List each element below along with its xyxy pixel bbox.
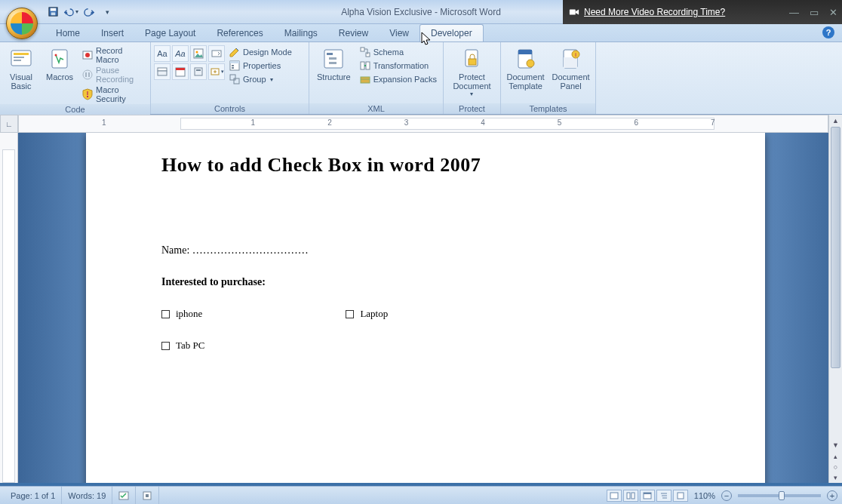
group-protect: Protect Document ▾ Protect [444,42,501,114]
controls-gallery: Aa Aa ▾ [154,45,225,80]
document-viewport[interactable]: How to add Check Box in word 2007 Name: … [18,133,842,483]
workspace: ∟ 1 1 2 3 4 5 6 7 How to add Check Bo [0,115,842,483]
record-macro-button[interactable]: Record Macro [80,45,147,65]
svg-rect-40 [361,77,370,83]
svg-rect-58 [678,493,684,499]
svg-rect-23 [195,68,202,75]
tab-mailings[interactable]: Mailings [274,25,328,41]
status-macro[interactable] [136,487,159,504]
record-macro-label: Record Macro [96,46,146,64]
zoom-slider[interactable] [738,494,821,497]
group-button[interactable]: Group ▾ [227,72,293,86]
quick-access-toolbar: ▾ [45,5,115,20]
tab-review[interactable]: Review [328,25,379,41]
tab-insert[interactable]: Insert [91,25,134,41]
ruler-num: 1 [251,118,256,127]
svg-rect-3 [570,10,576,15]
ruler-num: 2 [327,118,332,127]
control-picture[interactable] [190,45,207,62]
macro-rec-icon [142,490,152,501]
macros-button[interactable]: Macros [41,45,78,83]
control-text[interactable]: Aa [172,45,189,62]
checkbox-iphone[interactable] [161,310,170,318]
protect-document-button[interactable]: Protect Document ▾ [448,45,495,99]
tab-home[interactable]: Home [45,25,91,41]
transformation-button[interactable]: Transformation [358,59,438,72]
svg-point-9 [55,54,57,57]
control-richtext[interactable]: Aa [154,45,171,62]
zoom-value[interactable]: 110% [694,491,715,500]
scroll-thumb[interactable] [831,133,840,368]
svg-rect-54 [627,493,630,499]
status-words[interactable]: Words: 19 [62,487,112,504]
view-outline[interactable] [656,490,671,502]
group-code-label: Code [0,104,150,115]
control-datepicker[interactable] [172,63,189,80]
office-button[interactable] [6,8,38,39]
undo-icon[interactable] [63,5,78,20]
ruler-num: 3 [404,118,409,127]
scroll-down-icon[interactable]: ▼ [829,439,842,451]
window-controls: — ▭ ✕ [789,7,837,18]
control-legacy[interactable]: ▾ [208,63,225,80]
record-macro-icon [81,49,94,61]
minimize-button[interactable]: — [789,7,799,18]
proofing-icon [118,490,129,501]
close-button[interactable]: ✕ [829,7,837,18]
interested-label: Interested to purchase: [161,276,690,288]
notification-bar: Need More Video Recording Time? — ▭ ✕ [563,0,842,24]
qat-customize-icon[interactable]: ▾ [100,5,115,20]
macro-security-button[interactable]: Macro Security [80,85,147,104]
status-page[interactable]: Page: 1 of 1 [5,487,62,504]
document-panel-button[interactable]: i Document Panel [549,45,592,92]
browse-object-icon[interactable]: ○ [829,462,842,472]
help-button[interactable]: ? [822,26,834,38]
chevron-down-icon: ▾ [270,76,273,83]
macro-security-icon [81,88,94,100]
maximize-button[interactable]: ▭ [810,7,819,18]
prev-page-icon[interactable]: ▴ [829,451,842,462]
notification-link[interactable]: Need More Video Recording Time? [584,7,725,17]
checkbox-tabpc[interactable] [161,342,170,350]
tab-view[interactable]: View [379,25,419,41]
control-combobox[interactable] [208,45,225,62]
pause-recording-button[interactable]: Pause Recording [80,65,147,85]
view-full-screen[interactable] [623,490,638,502]
view-web-layout[interactable] [640,490,655,502]
horizontal-ruler[interactable]: 1 1 2 3 4 5 6 7 [18,115,828,133]
view-print-layout[interactable] [607,490,622,502]
vertical-scrollbar[interactable]: ▲ ▼ ▴ ○ ▾ [828,133,842,483]
zoom-out-button[interactable]: − [721,490,732,501]
structure-button[interactable]: Structure [312,45,355,83]
vertical-ruler[interactable] [0,133,18,483]
protect-document-label: Protect Document [453,72,490,91]
group-label: Group [243,75,266,84]
svg-rect-24 [196,69,201,71]
group-icon [229,73,241,85]
expansion-packs-button[interactable]: Expansion Packs [358,72,438,86]
svg-point-11 [85,53,90,57]
redo-icon[interactable] [81,5,97,20]
schema-button[interactable]: Schema [358,45,438,59]
checkbox-laptop[interactable] [346,310,354,318]
statusbar: Page: 1 of 1 Words: 19 110% − + [0,486,842,504]
status-proof[interactable] [112,487,136,504]
tab-selector[interactable]: ∟ [0,115,18,133]
control-buildingblock[interactable] [190,63,207,80]
control-dropdown[interactable] [154,63,171,80]
expansion-packs-icon [359,73,371,85]
document-template-button[interactable]: Document Template [504,45,547,92]
visual-basic-button[interactable]: Visual Basic [3,45,39,92]
save-icon[interactable] [45,5,60,20]
tab-developer[interactable]: Developer [419,24,484,41]
design-mode-button[interactable]: Design Mode [227,45,293,59]
checkbox-iphone-label: iphone [176,308,202,320]
svg-rect-39 [366,62,370,69]
properties-button[interactable]: Properties [227,59,293,72]
view-draft[interactable] [673,490,688,502]
group-xml-label: XML [309,103,443,114]
zoom-in-button[interactable]: + [827,490,837,501]
tab-page-layout[interactable]: Page Layout [134,25,206,41]
tab-references[interactable]: References [206,25,273,41]
next-page-icon[interactable]: ▾ [829,472,842,483]
